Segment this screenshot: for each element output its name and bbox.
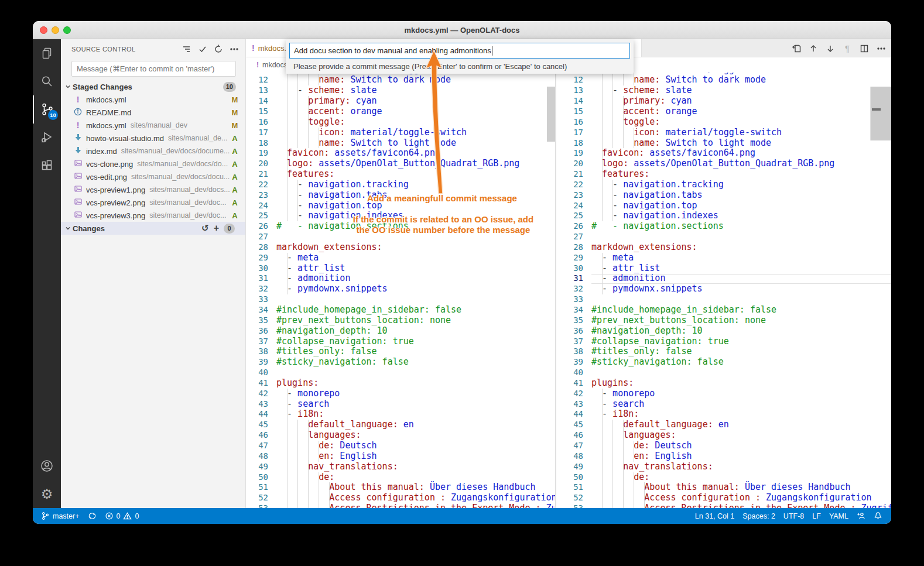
code-line-46[interactable]: 46languages: (556, 430, 891, 441)
code-line-22[interactable]: 22- navigation.tracking (246, 180, 555, 190)
code-line-39[interactable]: 39#sticky_navigation: false (556, 357, 891, 368)
code-line-41[interactable]: 41plugins: (246, 378, 555, 389)
code-line-30[interactable]: 30- attr_list (556, 263, 891, 274)
code-line-50[interactable]: 50de: (556, 472, 891, 483)
cursor-position[interactable]: Ln 31, Col 1 (691, 508, 738, 524)
code-line-40[interactable]: 40 (246, 368, 555, 378)
view-as-tree-icon[interactable] (182, 44, 192, 54)
branch-indicator[interactable]: master+ (37, 508, 84, 524)
staged-file-row[interactable]: vcs-preview2.pngsites/manual_dev/doc...A (61, 196, 245, 209)
code-line-12[interactable]: 12name: Switch to dark mode (246, 75, 555, 85)
discard-changes-icon[interactable]: ↺ (201, 223, 209, 234)
activitybar-search[interactable] (33, 67, 61, 95)
staged-file-row[interactable]: howto-visual-studio.mdsites/manual_de...… (61, 132, 245, 145)
code-line-21[interactable]: 21features: (246, 169, 555, 180)
code-line-40[interactable]: 40 (556, 368, 891, 378)
commit-message-input[interactable]: Message (⌘Enter to commit on 'master') (71, 61, 236, 77)
next-change-icon[interactable] (825, 43, 836, 54)
code-line-13[interactable]: 13- scheme: slate (246, 85, 555, 96)
eol-setting[interactable]: LF (808, 508, 825, 524)
code-line-30[interactable]: 30- attr_list (246, 263, 555, 274)
indentation-setting[interactable]: Spaces: 2 (738, 508, 779, 524)
pilcrow-icon[interactable]: ¶ (842, 43, 853, 54)
encoding-setting[interactable]: UTF-8 (779, 508, 808, 524)
code-line-24[interactable]: 24- navigation.top (556, 201, 891, 211)
activitybar-extensions[interactable] (33, 152, 61, 180)
scrollbar-thumb[interactable] (547, 87, 555, 142)
staged-file-row[interactable]: vcs-preview3.pngsites/manual_dev/doc...A (61, 209, 245, 222)
code-line-27[interactable]: 27 (556, 232, 891, 242)
staged-file-row[interactable]: vcs-clone.pngsites/manual_dev/docs/do...… (61, 157, 245, 170)
code-line-50[interactable]: 50de: (246, 472, 555, 483)
code-line-48[interactable]: 48en: English (556, 451, 891, 462)
code-line-35[interactable]: 35#prev_next_buttons_location: none (246, 315, 555, 326)
code-line-17[interactable]: 17icon: material/toggle-switch (246, 128, 555, 138)
previous-change-icon[interactable] (808, 43, 819, 54)
code-line-52[interactable]: 52Access configuration : Zugangskonfigur… (556, 493, 891, 503)
code-line-43[interactable]: 43- search (246, 399, 555, 410)
language-mode[interactable]: YAML (825, 508, 853, 524)
open-changes-icon[interactable] (791, 43, 802, 54)
changes-header[interactable]: Changes ↺ + 0 (61, 222, 245, 235)
minimize-window-button[interactable] (52, 26, 59, 34)
code-line-33[interactable]: 33 (246, 294, 555, 305)
code-line-52[interactable]: 52Access configuration : Zugangskonfigur… (246, 493, 555, 503)
code-line-34[interactable]: 34#include_homepage_in_sidebar: false (246, 305, 555, 315)
code-line-33[interactable]: 33 (556, 294, 891, 305)
sync-button[interactable] (84, 508, 101, 524)
code-line-51[interactable]: 51About this manual: Über dieses Handbuc… (246, 482, 555, 493)
feedback-button[interactable] (853, 508, 870, 524)
staged-file-row[interactable]: !mkdocs.ymlsites/manual_devM (61, 119, 245, 132)
code-line-46[interactable]: 46languages: (246, 430, 555, 441)
code-line-36[interactable]: 36#navigation_depth: 10 (246, 326, 555, 337)
code-line-39[interactable]: 39#sticky_navigation: false (246, 357, 555, 368)
code-line-32[interactable]: 32- pymdownx.snippets (556, 284, 891, 294)
code-line-53[interactable]: 53Access Restrictions in the Expert Mode… (246, 503, 555, 508)
scrollbar-thumb[interactable] (870, 87, 891, 140)
split-editor-icon[interactable] (859, 43, 870, 54)
code-line-32[interactable]: 32- pymdownx.snippets (246, 284, 555, 294)
code-line-12[interactable]: 12name: Switch to dark mode (556, 75, 891, 85)
activitybar-account[interactable] (33, 452, 61, 480)
code-line-43[interactable]: 43- search (556, 399, 891, 410)
code-line-42[interactable]: 42- monorepo (556, 389, 891, 399)
code-editor-left[interactable]: 11icon: material/toggle-switch-off-outli… (246, 73, 555, 508)
more-actions-icon[interactable] (876, 43, 887, 54)
staged-file-row[interactable]: index.mdsites/manual_dev/docs/docume...A (61, 145, 245, 157)
code-line-14[interactable]: 14primary: cyan (556, 96, 891, 107)
code-line-45[interactable]: 45default_language: en (246, 420, 555, 430)
code-line-38[interactable]: 38#titles_only: false (556, 347, 891, 357)
maximize-window-button[interactable] (63, 26, 71, 34)
code-line-49[interactable]: 49nav_translations: (246, 462, 555, 472)
code-line-49[interactable]: 49nav_translations: (556, 462, 891, 472)
code-line-14[interactable]: 14primary: cyan (246, 96, 555, 107)
staged-file-row[interactable]: vcs-edit.pngsites/manual_dev/docs/docu..… (61, 170, 245, 183)
code-editor-right[interactable]: 11icon: material/toggle-switch-off-outli… (556, 73, 891, 508)
notifications-button[interactable] (870, 508, 887, 524)
code-line-41[interactable]: 41plugins: (556, 378, 891, 389)
code-line-15[interactable]: 15accent: orange (246, 107, 555, 117)
code-line-34[interactable]: 34#include_homepage_in_sidebar: false (556, 305, 891, 315)
code-line-19[interactable]: 19favicon: assets/favicon64.png (246, 148, 555, 159)
code-line-31[interactable]: 31- admonition (246, 273, 555, 284)
code-line-22[interactable]: 22- navigation.tracking (556, 180, 891, 190)
code-line-38[interactable]: 38#titles_only: false (246, 347, 555, 357)
stage-all-icon[interactable]: + (214, 223, 219, 234)
code-line-26[interactable]: 26# - navigation.sections (556, 221, 891, 232)
code-line-31[interactable]: 31- admonition (556, 273, 891, 284)
code-line-19[interactable]: 19favicon: assets/favicon64.png (556, 148, 891, 159)
code-line-48[interactable]: 48en: English (246, 451, 555, 462)
staged-changes-header[interactable]: Staged Changes 10 (61, 80, 245, 93)
code-line-53[interactable]: 53Access Restrictions in the Expert Mode… (556, 503, 891, 508)
code-line-37[interactable]: 37#collapse_navigation: true (556, 337, 891, 347)
commit-check-icon[interactable] (197, 44, 208, 54)
close-window-button[interactable] (40, 26, 47, 34)
code-line-29[interactable]: 29- meta (556, 253, 891, 263)
code-line-13[interactable]: 13- scheme: slate (556, 85, 891, 96)
activitybar-source-control[interactable]: 10 (33, 95, 61, 124)
code-line-28[interactable]: 28markdown_extensions: (246, 242, 555, 253)
code-line-47[interactable]: 47de: Deutsch (246, 441, 555, 451)
code-line-21[interactable]: 21features: (556, 169, 891, 180)
staged-file-row[interactable]: vcs-preview1.pngsites/manual_dev/docs...… (61, 183, 245, 196)
code-line-28[interactable]: 28markdown_extensions: (556, 242, 891, 253)
